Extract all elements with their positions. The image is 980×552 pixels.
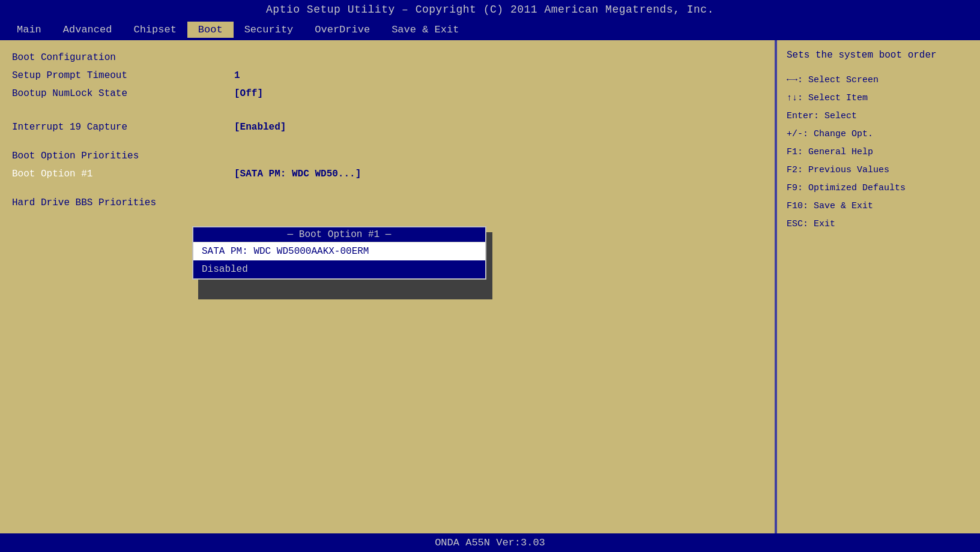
status-bar: ONDA A55N Ver:3.03: [0, 533, 980, 552]
key-help-item: ESC: Exit: [787, 215, 970, 233]
nav-item-advanced[interactable]: Advanced: [52, 22, 123, 38]
left-panel: Boot Configuration Setup Prompt Timeout …: [0, 40, 776, 533]
title-bar: Aptio Setup Utility – Copyright (C) 2011…: [0, 0, 980, 19]
title-text: Aptio Setup Utility – Copyright (C) 2011…: [266, 4, 714, 16]
popup-option-1[interactable]: Disabled: [193, 260, 485, 278]
interrupt-label: Interrupt 19 Capture: [12, 122, 234, 133]
popup-title: — Boot Option #1 —: [193, 227, 485, 242]
boot-priorities-row: Boot Option Priorities: [12, 151, 763, 167]
key-help-item: F2: Previous Values: [787, 161, 970, 179]
key-help-item: ↑↓: Select Item: [787, 89, 970, 107]
hard-drive-row[interactable]: Hard Drive BBS Priorities: [12, 197, 763, 214]
boot-config-label: Boot Configuration: [12, 52, 234, 63]
interrupt-value[interactable]: [Enabled]: [234, 122, 286, 133]
setup-prompt-row: Setup Prompt Timeout 1: [12, 70, 763, 87]
popup-option-0[interactable]: SATA PM: WDC WD5000AAKX-00ERM: [193, 242, 485, 260]
status-text: ONDA A55N Ver:3.03: [435, 537, 545, 548]
nav-item-security[interactable]: Security: [234, 22, 304, 38]
nav-item-save---exit[interactable]: Save & Exit: [381, 22, 470, 38]
key-help-item: F1: General Help: [787, 143, 970, 161]
popup-container: — Boot Option #1 — SATA PM: WDC WD5000AA…: [192, 226, 486, 280]
numlock-value[interactable]: [Off]: [234, 88, 263, 99]
interrupt-row: Interrupt 19 Capture [Enabled]: [12, 122, 763, 139]
bios-screen: Aptio Setup Utility – Copyright (C) 2011…: [0, 0, 980, 552]
boot-option1-value[interactable]: [SATA PM: WDC WD50...]: [234, 169, 361, 179]
boot-config-row: Boot Configuration: [12, 52, 763, 69]
setup-prompt-label: Setup Prompt Timeout: [12, 70, 234, 81]
numlock-label: Bootup NumLock State: [12, 88, 234, 99]
key-help-item: F10: Save & Exit: [787, 197, 970, 215]
boot-option1-label: Boot Option #1: [12, 169, 234, 179]
main-area: Boot Configuration Setup Prompt Timeout …: [0, 40, 980, 533]
settings-section: Boot Configuration Setup Prompt Timeout …: [12, 52, 763, 105]
nav-item-main[interactable]: Main: [6, 22, 52, 38]
key-help-item: ←→: Select Screen: [787, 71, 970, 89]
popup[interactable]: — Boot Option #1 — SATA PM: WDC WD5000AA…: [192, 226, 486, 280]
boot-priorities-label: Boot Option Priorities: [12, 151, 234, 161]
nav-bar: MainAdvancedChipsetBootSecurityOverDrive…: [0, 19, 980, 40]
nav-item-overdrive[interactable]: OverDrive: [304, 22, 381, 38]
nav-item-chipset[interactable]: Chipset: [122, 22, 187, 38]
key-help-item: +/-: Change Opt.: [787, 125, 970, 143]
hint-text: Sets the system boot order: [787, 50, 970, 61]
nav-item-boot[interactable]: Boot: [187, 22, 234, 38]
right-panel: Sets the system boot order ←→: Select Sc…: [776, 40, 980, 533]
setup-prompt-value[interactable]: 1: [234, 70, 240, 81]
numlock-row: Bootup NumLock State [Off]: [12, 88, 763, 105]
boot-option1-row[interactable]: Boot Option #1 [SATA PM: WDC WD50...]: [12, 169, 763, 185]
key-help-item: F9: Optimized Defaults: [787, 179, 970, 197]
key-help-item: Enter: Select: [787, 107, 970, 125]
hard-drive-label: Hard Drive BBS Priorities: [12, 197, 234, 208]
key-help: ←→: Select Screen↑↓: Select ItemEnter: S…: [787, 71, 970, 233]
